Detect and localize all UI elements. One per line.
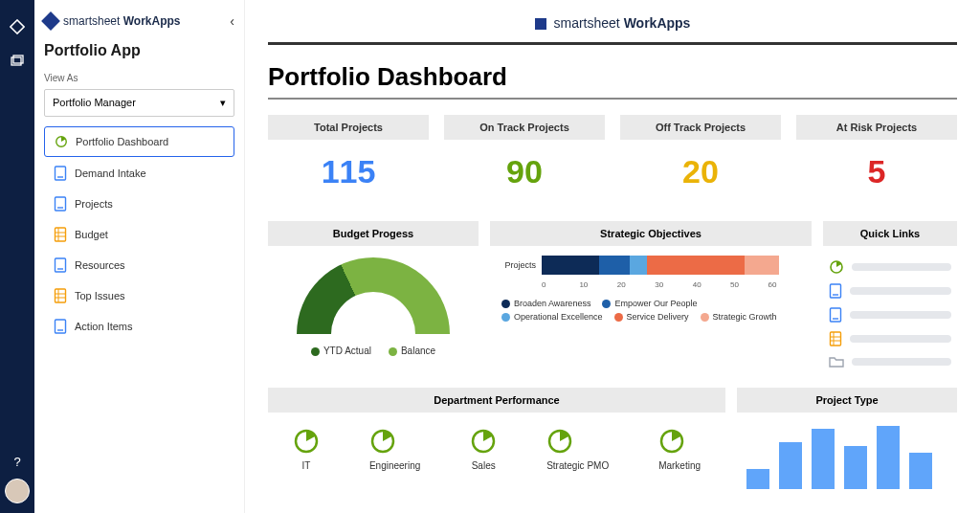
stat-value: 90 (444, 140, 605, 204)
pie-icon (658, 428, 701, 455)
sidebar-item-portfolio-dashboard[interactable]: Portfolio Dashboard (44, 126, 234, 157)
help-icon[interactable]: ? (8, 452, 27, 471)
dept-item[interactable]: IT (293, 428, 320, 471)
sidebar-item-label: Resources (75, 259, 125, 271)
avatar[interactable] (5, 479, 30, 503)
pie-icon (55, 135, 68, 148)
legend-item: Operational Excellence (501, 312, 603, 322)
stat-value: 115 (268, 140, 429, 204)
stat-card: Off Track Projects20 (620, 115, 781, 204)
chart-bar (877, 426, 900, 490)
brand-text: smartsheet WorkApps (63, 14, 181, 28)
pie-icon (829, 259, 844, 275)
doc-icon (54, 167, 67, 180)
rail-layers-icon[interactable] (8, 52, 27, 71)
svg-rect-8 (56, 228, 66, 241)
svg-rect-25 (831, 332, 841, 346)
doc-icon (829, 307, 842, 323)
legend-item: Empower Our People (602, 299, 697, 308)
sidebar: smartsheet WorkApps ‹ Portfolio App View… (34, 0, 245, 513)
rail-apps-icon[interactable] (8, 17, 27, 36)
top-brand: smartsheet WorkApps (268, 15, 957, 45)
sidebar-item-projects[interactable]: Projects (44, 190, 234, 218)
quick-link-item[interactable] (829, 259, 951, 275)
strategic-bar (542, 256, 806, 275)
link-placeholder (852, 263, 951, 271)
doc-icon (54, 197, 67, 211)
sidebar-item-label: Projects (75, 198, 113, 210)
view-as-value: Portfolio Manager (53, 97, 136, 109)
sidebar-item-label: Demand Intake (75, 167, 146, 179)
stat-card: Total Projects115 (268, 115, 429, 204)
view-as-select[interactable]: Portfolio Manager ▾ (44, 89, 234, 117)
ptype-title: Project Type (737, 388, 957, 413)
svg-rect-23 (831, 308, 841, 322)
stats-row: Total Projects115On Track Projects90Off … (268, 115, 957, 204)
chart-bar (779, 442, 802, 489)
sidebar-item-top-issues[interactable]: Top Issues (44, 281, 234, 310)
dept-label: Strategic PMO (546, 460, 609, 471)
brand: smartsheet WorkApps ‹ (44, 13, 234, 29)
bar-segment (599, 256, 630, 275)
quick-link-item[interactable] (829, 283, 951, 299)
app-name: Portfolio App (44, 42, 234, 59)
link-placeholder (850, 311, 951, 319)
stat-label: On Track Projects (444, 115, 605, 140)
stat-label: Off Track Projects (620, 115, 781, 140)
panel-budget: Budget Progess YTD ActualBalance (268, 221, 479, 372)
sidebar-item-demand-intake[interactable]: Demand Intake (44, 159, 234, 188)
pie-icon (470, 428, 497, 455)
chevron-down-icon: ▾ (220, 97, 226, 109)
dept-item[interactable]: Strategic PMO (546, 428, 609, 471)
quick-link-item[interactable] (829, 355, 951, 368)
chart-bar (844, 446, 867, 490)
budget-chart (297, 257, 450, 336)
page-title: Portfolio Dashboard (268, 62, 957, 92)
svg-rect-18 (56, 320, 66, 333)
title-rule (268, 98, 957, 100)
dept-label: Sales (470, 460, 497, 471)
quick-link-item[interactable] (829, 307, 951, 323)
panel-strategic: Strategic Objectives Projects 0102030405… (490, 221, 812, 372)
dept-item[interactable]: Marketing (658, 428, 701, 471)
doc-icon (54, 258, 67, 272)
quick-link-item[interactable] (829, 331, 951, 346)
chart-bar (812, 429, 835, 489)
sidebar-collapse-icon[interactable]: ‹ (230, 13, 234, 29)
svg-rect-14 (56, 289, 66, 302)
dept-title: Department Performance (268, 388, 725, 413)
pie-icon (546, 428, 609, 455)
legend-item: Balance (389, 346, 435, 356)
view-as-label: View As (44, 73, 234, 83)
sheet-icon (829, 331, 842, 346)
sidebar-item-action-items[interactable]: Action Items (44, 312, 234, 341)
sidebar-item-budget[interactable]: Budget (44, 220, 234, 249)
strategic-title: Strategic Objectives (490, 221, 812, 246)
sidebar-item-resources[interactable]: Resources (44, 251, 234, 279)
doc-icon (54, 320, 67, 333)
doc-icon (829, 283, 842, 299)
sidebar-item-label: Portfolio Dashboard (76, 136, 168, 147)
strategic-legend: Broaden AwarenessEmpower Our PeopleOpera… (496, 299, 806, 322)
panel-department: Department Performance ITEngineeringSale… (268, 388, 725, 489)
stat-card: On Track Projects90 (444, 115, 605, 204)
link-placeholder (850, 335, 951, 343)
stat-label: Total Projects (268, 115, 429, 140)
sidebar-item-label: Action Items (75, 321, 133, 332)
dept-label: Engineering (369, 460, 420, 471)
dept-item[interactable]: Sales (470, 428, 497, 471)
stat-card: At Risk Projects5 (796, 115, 957, 204)
bar-segment (745, 256, 780, 275)
panel-quick-links: Quick Links (823, 221, 957, 372)
dept-label: Marketing (658, 460, 701, 471)
legend-item: Strategic Growth (701, 312, 777, 322)
strategic-axis: 0102030405060 (496, 280, 806, 289)
brand-mark-icon (535, 18, 546, 30)
panel-project-type: Project Type (737, 388, 957, 489)
legend-item: Broaden Awareness (501, 299, 590, 308)
chart-bar (909, 453, 932, 490)
bar-segment (542, 256, 599, 275)
sheet-icon (54, 228, 67, 241)
stat-value: 5 (796, 140, 957, 204)
dept-item[interactable]: Engineering (369, 428, 420, 471)
